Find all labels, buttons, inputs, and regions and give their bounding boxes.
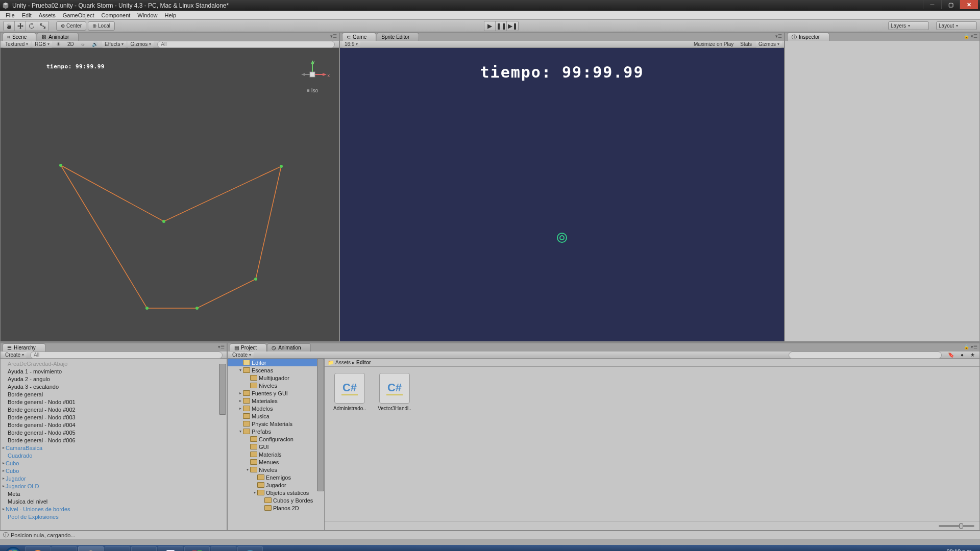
game-aspect[interactable]: 16:9: [342, 41, 360, 47]
menu-file[interactable]: File: [2, 11, 18, 19]
start-button[interactable]: [2, 545, 24, 551]
scene-render-mode[interactable]: Textured: [3, 41, 31, 47]
move-tool[interactable]: [15, 21, 26, 31]
panel-options-icon[interactable]: 🔒 ▾☰: [964, 344, 977, 349]
search-save-icon[interactable]: ★: [968, 352, 977, 358]
panel-options-icon[interactable]: ▾☰: [218, 344, 225, 349]
rotate-tool[interactable]: [26, 21, 37, 31]
taskbar-gimp[interactable]: [131, 546, 157, 551]
tree-item[interactable]: Physic Materials: [228, 420, 324, 428]
tree-item[interactable]: Editor: [228, 359, 324, 366]
tree-item[interactable]: Modelos: [228, 405, 324, 412]
scene-viewport[interactable]: tiempo: 99:99.99 y x ≡ Iso: [1, 48, 339, 341]
asset-zoom-slider[interactable]: [939, 525, 974, 527]
animator-tab[interactable]: ⛓Animator: [37, 33, 79, 41]
hierarchy-item[interactable]: Ayuda 2 - angulo: [1, 375, 227, 383]
hierarchy-item[interactable]: Jugador OLD: [1, 482, 227, 490]
hierarchy-item[interactable]: Musica del nivel: [1, 497, 227, 505]
scene-rgb-mode[interactable]: RGB: [32, 41, 52, 47]
step-button[interactable]: ▶❚: [507, 21, 518, 31]
pivot-center-button[interactable]: ⊚ Center: [56, 21, 86, 31]
hierarchy-scrollbar[interactable]: [219, 364, 226, 415]
scene-2d-toggle[interactable]: 2D: [65, 41, 77, 47]
scene-gizmos[interactable]: Gizmos: [128, 41, 154, 47]
layers-dropdown[interactable]: Layers: [888, 21, 929, 30]
hierarchy-item[interactable]: Borde general: [1, 390, 227, 398]
asset-item[interactable]: C#Vector3Handl..: [376, 373, 413, 515]
panel-options-icon[interactable]: ▾☰: [775, 34, 782, 39]
taskbar-firefox[interactable]: [25, 546, 51, 551]
pause-button[interactable]: ❚❚: [496, 21, 507, 31]
pivot-local-button[interactable]: ⊕ Local: [88, 21, 115, 31]
scene-effects[interactable]: Effects: [102, 41, 126, 47]
taskbar-app3[interactable]: [237, 546, 263, 551]
hierarchy-item[interactable]: Jugador: [1, 474, 227, 482]
panel-options-icon[interactable]: 🔒 ▾☰: [964, 34, 977, 39]
inspector-tab[interactable]: ⓘInspector: [787, 33, 829, 41]
tree-item[interactable]: Prefabs: [228, 428, 324, 435]
game-tab[interactable]: ⊂Game: [342, 33, 376, 41]
hierarchy-item[interactable]: Borde general - Nodo #005: [1, 429, 227, 436]
menu-gameobject[interactable]: GameObject: [59, 11, 98, 19]
panel-options-icon[interactable]: ▾☰: [330, 34, 337, 39]
tree-item[interactable]: GUI: [228, 443, 324, 450]
tree-item[interactable]: Enemigos: [228, 473, 324, 481]
layout-dropdown[interactable]: Layout: [936, 21, 977, 30]
scene-search[interactable]: [157, 41, 335, 48]
menu-window[interactable]: Window: [134, 11, 161, 19]
hierarchy-item[interactable]: Cubo: [1, 459, 227, 467]
hierarchy-item[interactable]: Cubo: [1, 467, 227, 474]
menu-edit[interactable]: Edit: [18, 11, 35, 19]
tree-item[interactable]: Multijugador: [228, 374, 324, 382]
menu-assets[interactable]: Assets: [35, 11, 59, 19]
taskbar-blender[interactable]: [105, 546, 130, 551]
hierarchy-item[interactable]: Cuadrado: [1, 452, 227, 459]
taskbar-explorer[interactable]: [52, 546, 77, 551]
tree-item[interactable]: Materials: [228, 450, 324, 458]
play-button[interactable]: ▶: [484, 21, 496, 31]
taskbar-unity[interactable]: [78, 546, 104, 551]
hierarchy-item[interactable]: Borde general - Nodo #004: [1, 421, 227, 429]
hierarchy-search[interactable]: [30, 352, 223, 359]
hierarchy-item[interactable]: Borde general - Nodo #001: [1, 398, 227, 406]
tree-item[interactable]: Escenas: [228, 366, 324, 374]
menu-component[interactable]: Component: [97, 11, 134, 19]
taskbar-app2[interactable]: [211, 546, 236, 551]
game-stats[interactable]: Stats: [738, 41, 754, 47]
hierarchy-item[interactable]: CamaraBasica: [1, 444, 227, 452]
hierarchy-item[interactable]: Ayuda 1 - movimiento: [1, 367, 227, 375]
tree-item[interactable]: Musica: [228, 412, 324, 420]
tree-item[interactable]: Niveles: [228, 382, 324, 389]
minimize-button[interactable]: ─: [923, 0, 941, 9]
hierarchy-item[interactable]: Meta: [1, 490, 227, 497]
tree-item[interactable]: Cubos y Bordes: [228, 496, 324, 504]
hierarchy-item[interactable]: Nivel - Uniones de bordes: [1, 505, 227, 513]
hierarchy-item[interactable]: Borde general - Nodo #002: [1, 406, 227, 413]
tree-item[interactable]: Niveles: [228, 466, 324, 473]
scene-tab[interactable]: ⌗Scene: [3, 33, 36, 41]
hierarchy-item[interactable]: Borde general - Nodo #003: [1, 413, 227, 421]
game-viewport[interactable]: tiempo: 99:99.99: [340, 48, 784, 341]
menu-help[interactable]: Help: [161, 11, 180, 19]
scene-audio-toggle[interactable]: 🔊: [89, 41, 101, 47]
maximize-button[interactable]: ▢: [941, 0, 960, 9]
project-create[interactable]: Create: [230, 352, 254, 358]
game-gizmos[interactable]: Gizmos: [756, 41, 782, 47]
hierarchy-item[interactable]: Ayuda 3 - escalando: [1, 383, 227, 390]
hierarchy-create[interactable]: Create: [3, 352, 27, 358]
project-tab[interactable]: ▤Project: [230, 343, 266, 352]
hierarchy-tab[interactable]: ☰Hierarchy: [3, 343, 45, 352]
tree-item[interactable]: Menues: [228, 458, 324, 466]
project-tree-scrollbar[interactable]: [317, 359, 324, 491]
animation-tab[interactable]: ◷Animation: [267, 343, 310, 352]
hierarchy-item[interactable]: Pool de Explosiones: [1, 513, 227, 520]
tree-item[interactable]: Objetos estaticos: [228, 489, 324, 496]
tree-item[interactable]: Planos 2D: [228, 504, 324, 512]
asset-grid[interactable]: C#Administrado..C#Vector3Handl..: [325, 367, 979, 521]
tree-item[interactable]: Configuracion: [228, 435, 324, 443]
scale-tool[interactable]: [37, 21, 48, 31]
search-filter-icon[interactable]: 🔖: [945, 352, 957, 358]
taskbar-notepad[interactable]: [158, 546, 183, 551]
hierarchy-list[interactable]: AreaDeGravedad-AbajoAyuda 1 - movimiento…: [1, 359, 227, 530]
tree-item[interactable]: Materiales: [228, 397, 324, 405]
